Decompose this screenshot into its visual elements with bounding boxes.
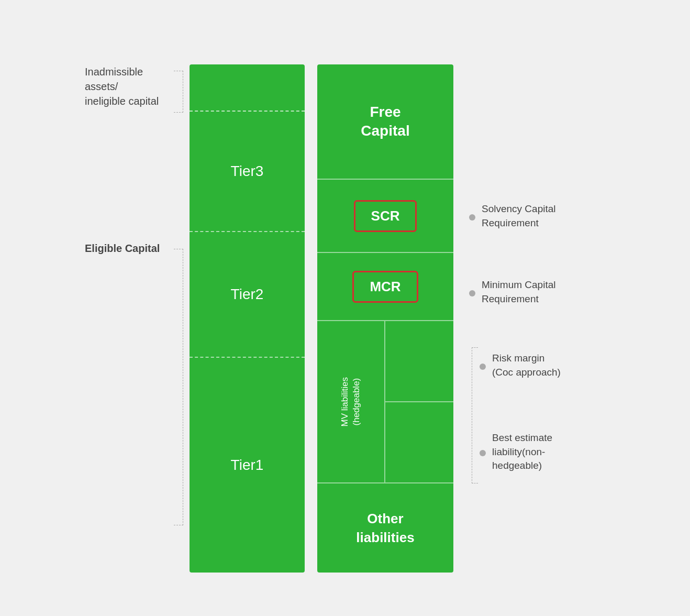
spacer-free-capital	[469, 64, 605, 180]
mv-label: MV liabilities (hedgeable)	[339, 377, 362, 426]
risk-margin-right-label: Risk margin (Coc approach)	[492, 351, 561, 379]
mcr-box: MCR	[352, 271, 418, 303]
free-capital-label: Free Capital	[361, 103, 409, 141]
tier2-label: Tier2	[231, 286, 264, 303]
bracket-inadmissible	[174, 71, 183, 113]
mcr-label: MCR	[370, 279, 400, 294]
scr-right-label: Solvency Capital Requirement	[482, 202, 556, 230]
mv-bracket-area: Risk margin (Coc approach) Best estimate…	[469, 332, 605, 504]
mv-liabilities-section: MV liabilities (hedgeable)	[317, 321, 453, 483]
other-liabilities-section: Other liabilities	[317, 483, 453, 573]
diagram-container: Inadmissible assets/ ineligible capital …	[31, 20, 659, 596]
tier3-section: Tier3	[190, 112, 305, 232]
label-inadmissible: Inadmissible assets/ ineligible capital	[85, 64, 179, 108]
scr-label-item: Solvency Capital Requirement	[469, 180, 605, 253]
scr-bullet	[469, 214, 475, 221]
tier1-section: Tier1	[190, 358, 305, 573]
tier1-label: Tier1	[231, 457, 264, 474]
right-column: Free Capital SCR MCR MV liabilities (hed…	[317, 64, 453, 573]
tier2-section: Tier2	[190, 232, 305, 358]
mcr-section: MCR	[317, 253, 453, 321]
other-liabilities-label: Other liabilities	[356, 509, 414, 547]
risk-margin-label-item: Risk margin (Coc approach)	[480, 332, 605, 400]
best-estimate-label-item: Best estimate liability(non- hedgeable)	[480, 405, 605, 499]
scr-label: SCR	[371, 208, 400, 224]
left-labels-area: Inadmissible assets/ ineligible capital …	[85, 64, 179, 573]
free-capital-section: Free Capital	[317, 64, 453, 180]
label-eligible: Eligible Capital	[85, 243, 160, 255]
risk-margin-bullet	[480, 364, 486, 370]
scr-box: SCR	[354, 200, 417, 232]
mv-right-panel	[385, 321, 453, 482]
right-labels-area: Solvency Capital Requirement Minimum Cap…	[469, 64, 605, 504]
best-estimate-bullet	[480, 450, 486, 456]
mv-right-top	[385, 321, 453, 402]
main-layout: Inadmissible assets/ ineligible capital …	[85, 64, 605, 573]
mcr-bullet	[469, 290, 475, 296]
mv-bracket-line	[472, 347, 478, 483]
mv-right-bottom	[385, 402, 453, 482]
mcr-label-item: Minimum Capital Requirement	[469, 258, 605, 326]
tier-inadmissible-top	[190, 64, 305, 112]
mv-left-panel: MV liabilities (hedgeable)	[317, 321, 385, 482]
best-estimate-right-label: Best estimate liability(non- hedgeable)	[492, 431, 552, 473]
mcr-right-label: Minimum Capital Requirement	[482, 278, 555, 306]
tier3-label: Tier3	[231, 163, 264, 180]
left-column-tiers: Tier3 Tier2 Tier1	[190, 64, 305, 573]
scr-section: SCR	[317, 180, 453, 253]
bracket-eligible	[174, 249, 183, 525]
